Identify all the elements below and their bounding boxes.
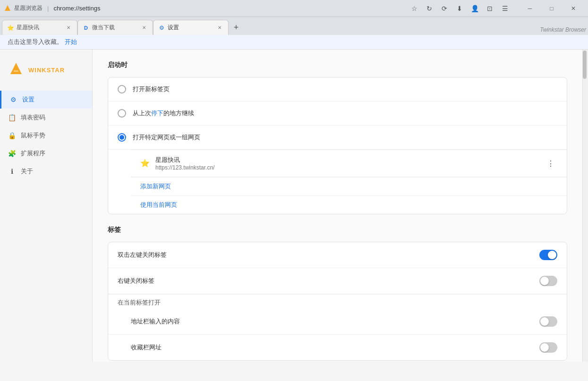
menu-icon[interactable]: ☰	[500, 4, 510, 13]
main-layout: WINKSTAR ⚙ 设置 📋 填表密码 🔒 鼠标手势 🧩 扩展程序 ℹ 关于 …	[0, 50, 588, 362]
tab-settings-card: 双击左键关闭标签 右键关闭标签 在当前标签打开 地址栏输入的内容	[108, 242, 567, 361]
title-bar-left: 星愿浏览器 | chrome://settings	[4, 4, 100, 12]
tab-close-download[interactable]: ✕	[140, 24, 148, 32]
sidebar-settings-label: 设置	[22, 95, 34, 104]
sidebar-item-settings[interactable]: ⚙ 设置	[0, 91, 92, 109]
svg-rect-1	[6, 9, 9, 10]
tab-close-settings[interactable]: ✕	[216, 24, 223, 32]
history-icon[interactable]: ⟳	[440, 4, 449, 13]
sidebar: WINKSTAR ⚙ 设置 📋 填表密码 🔒 鼠标手势 🧩 扩展程序 ℹ 关于	[0, 50, 93, 362]
rightclick-close-label: 右键关闭标签	[118, 277, 539, 285]
sidebar-item-autofill[interactable]: 📋 填表密码	[0, 109, 92, 127]
dblclick-close-toggle[interactable]	[539, 250, 557, 260]
tab-label-xingxing: 星愿快讯	[17, 24, 62, 32]
startup-option-new-tab[interactable]: 打开新标签页	[108, 77, 567, 102]
startup-option-specific[interactable]: 打开特定网页或一组网页	[108, 126, 567, 150]
about-icon: ℹ	[8, 167, 16, 176]
rightclick-close-knob	[540, 277, 549, 285]
dblclick-close-label: 双击左键关闭标签	[118, 251, 539, 259]
tab-xingxing[interactable]: ⭐ 星愿快讯 ✕	[2, 20, 77, 35]
website-name-label: 星愿快讯	[155, 156, 544, 164]
tab-section-title: 标签	[108, 226, 567, 234]
toggle-rightclick-close: 右键关闭标签	[108, 268, 567, 294]
tab-download[interactable]: D 微当下载 ✕	[77, 20, 153, 35]
add-page-link[interactable]: 添加新网页	[131, 177, 567, 195]
title-bar-right: ☆ ↻ ⟳ ⬇ 👤 ⊡ ☰ ─ □ ✕	[409, 0, 584, 17]
rightclick-close-toggle[interactable]	[539, 276, 557, 286]
window-controls: ─ □ ✕	[519, 0, 584, 17]
logo-icon	[8, 61, 25, 79]
radio-continue[interactable]	[118, 109, 126, 118]
startup-section-title: 启动时	[108, 61, 567, 69]
website-favicon-icon: ⭐	[140, 159, 150, 168]
scrollbar[interactable]	[582, 50, 588, 362]
sidebar-item-extensions[interactable]: 🧩 扩展程序	[0, 144, 92, 162]
tab-favicon-xingxing: ⭐	[7, 25, 14, 31]
title-bar: 星愿浏览器 | chrome://settings ☆ ↻ ⟳ ⬇ 👤 ⊡ ☰ …	[0, 0, 588, 17]
import-start-link[interactable]: 开始	[65, 38, 77, 45]
addressbar-content-label: 地址栏输入的内容	[131, 317, 539, 326]
use-current-link[interactable]: 使用当前网页	[131, 195, 567, 214]
radio-label-specific: 打开特定网页或一组网页	[133, 133, 200, 142]
refresh-icon[interactable]: ↻	[425, 4, 434, 13]
website-entry: ⭐ 星愿快讯 https://123.twinkstar.cn/ ⋮	[131, 150, 567, 177]
extensions-icon: 🧩	[8, 149, 16, 158]
bookmark-icon[interactable]: ☆	[409, 4, 419, 13]
new-tab-button[interactable]: +	[229, 20, 244, 35]
download-icon[interactable]: ⬇	[455, 4, 464, 13]
sidebar-autofill-label: 填表密码	[21, 113, 45, 122]
tab-close-xingxing[interactable]: ✕	[65, 24, 72, 32]
settings-icon: ⚙	[9, 95, 17, 104]
browser-logo-icon	[4, 5, 11, 12]
radio-new-tab[interactable]	[118, 85, 126, 93]
website-info: 星愿快讯 https://123.twinkstar.cn/	[155, 156, 544, 171]
tab-label-download: 微当下载	[92, 24, 137, 32]
minimize-button[interactable]: ─	[519, 0, 541, 17]
startup-option-continue[interactable]: 从上次停下的地方继续	[108, 102, 567, 126]
tab-settings[interactable]: ⚙ 设置 ✕	[153, 20, 229, 35]
close-button[interactable]: ✕	[562, 0, 584, 17]
radio-label-continue: 从上次停下的地方继续	[133, 109, 194, 118]
tab-label-settings: 设置	[168, 24, 213, 32]
browser-name-label: 星愿浏览器	[14, 4, 43, 12]
bookmark-url-toggle[interactable]	[539, 342, 557, 353]
continue-link[interactable]: 停下	[151, 110, 163, 117]
website-menu-button[interactable]: ⋮	[544, 157, 557, 170]
crop-icon[interactable]: ⊡	[485, 4, 494, 13]
open-in-current-label: 在当前标签打开	[118, 299, 161, 306]
sidebar-extensions-label: 扩展程序	[21, 149, 45, 158]
tab-bar: ⭐ 星愿快讯 ✕ D 微当下载 ✕ ⚙ 设置 ✕ + Twinkstar Bro…	[0, 17, 588, 35]
sidebar-item-about[interactable]: ℹ 关于	[0, 162, 92, 180]
addressbar-content-toggle[interactable]	[539, 316, 557, 327]
tab-favicon-settings: ⚙	[158, 25, 165, 31]
toggle-dblclick-close: 双击左键关闭标签	[108, 242, 567, 268]
svg-rect-4	[14, 70, 18, 72]
svg-rect-3	[12, 72, 20, 74]
radio-specific[interactable]	[118, 133, 126, 142]
toggle-bookmark-url: 收藏栏网址	[108, 335, 567, 360]
content-area: 启动时 打开新标签页 从上次停下的地方继续 打开特定网页或一组网页 ⭐	[93, 50, 582, 362]
open-in-current-header: 在当前标签打开	[108, 294, 567, 309]
toggle-addressbar-content: 地址栏输入的内容	[108, 309, 567, 335]
import-bar-text: 点击这里导入收藏。	[8, 38, 63, 45]
gesture-icon: 🔒	[8, 131, 16, 140]
dblclick-close-knob	[548, 251, 556, 259]
sidebar-item-gesture[interactable]: 🔒 鼠标手势	[0, 127, 92, 144]
logo-text: WINKSTAR	[28, 67, 65, 74]
bookmark-url-knob	[540, 343, 549, 352]
startup-settings-card: 打开新标签页 从上次停下的地方继续 打开特定网页或一组网页 ⭐ 星愿快讯 htt…	[108, 77, 567, 214]
tab-favicon-download: D	[83, 25, 89, 31]
account-icon[interactable]: 👤	[470, 4, 479, 13]
title-divider: |	[47, 5, 49, 12]
radio-label-new-tab: 打开新标签页	[133, 85, 170, 93]
brand-label: Twinkstar Browser	[540, 26, 586, 35]
import-bar: 点击这里导入收藏。 开始	[0, 35, 588, 50]
website-url-label: https://123.twinkstar.cn/	[155, 164, 544, 171]
maximize-button[interactable]: □	[541, 0, 562, 17]
sidebar-gesture-label: 鼠标手势	[21, 131, 45, 140]
sidebar-about-label: 关于	[21, 167, 33, 176]
scrollbar-thumb[interactable]	[583, 51, 587, 79]
addressbar-content-knob	[540, 317, 549, 326]
autofill-icon: 📋	[8, 113, 16, 122]
bookmark-url-label: 收藏栏网址	[131, 343, 539, 352]
